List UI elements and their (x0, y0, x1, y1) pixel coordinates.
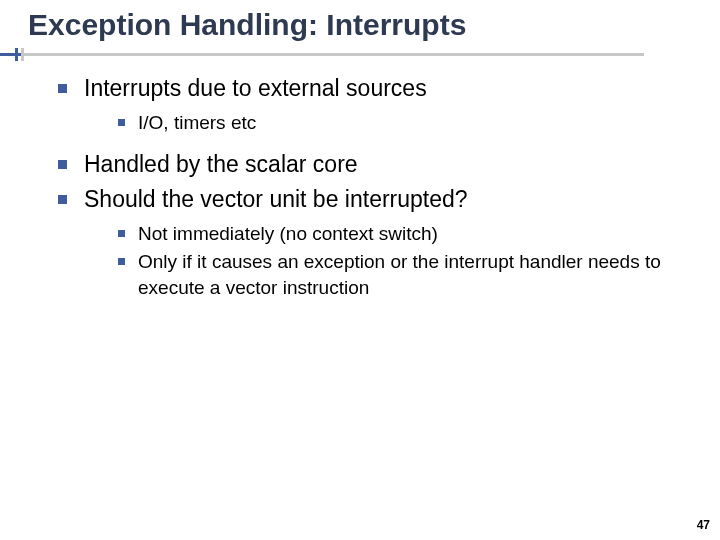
list-item: Only if it causes an exception or the in… (116, 249, 680, 300)
bullet-text: Should the vector unit be interrupted? (84, 186, 468, 212)
list-item: Interrupts due to external sources I/O, … (56, 73, 680, 146)
bullet-list: Interrupts due to external sources I/O, … (56, 73, 680, 311)
bullet-text: Not immediately (no context switch) (138, 223, 438, 244)
sub-bullet-list: I/O, timers etc (84, 104, 680, 146)
slide-content: Interrupts due to external sources I/O, … (0, 43, 720, 311)
page-number: 47 (697, 518, 710, 532)
sub-bullet-list: Not immediately (no context switch) Only… (84, 215, 680, 310)
slide-title: Exception Handling: Interrupts (28, 8, 720, 43)
bullet-text: Interrupts due to external sources (84, 75, 427, 101)
rule-grey (0, 53, 644, 56)
list-item: Should the vector unit be interrupted? N… (56, 184, 680, 310)
list-item: Handled by the scalar core (56, 149, 680, 180)
bullet-text: Handled by the scalar core (84, 151, 358, 177)
list-item: Not immediately (no context switch) (116, 221, 680, 247)
title-underline (0, 48, 644, 60)
bullet-text: Only if it causes an exception or the in… (138, 251, 661, 298)
list-item: I/O, timers etc (116, 110, 680, 136)
title-block: Exception Handling: Interrupts (0, 0, 720, 43)
tick-grey (21, 48, 24, 61)
bullet-text: I/O, timers etc (138, 112, 256, 133)
tick-blue (15, 48, 18, 61)
